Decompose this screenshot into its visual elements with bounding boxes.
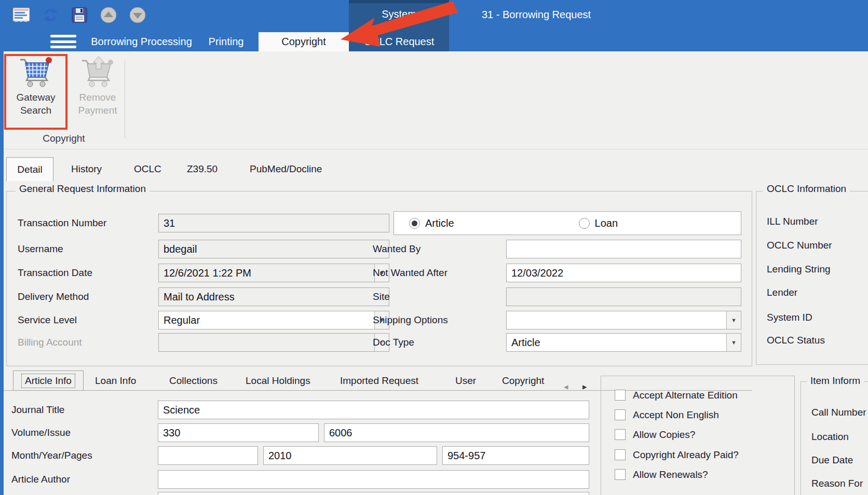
due-date-label: Due Date [811, 455, 853, 466]
call-number-label: Call Number [811, 407, 866, 418]
subtab-collections[interactable]: Collections [169, 370, 218, 391]
doc-type-select[interactable]: Article ▼ [506, 333, 741, 352]
not-wanted-after-field[interactable]: 12/03/2022 [506, 264, 741, 282]
cart-remove-icon [80, 56, 115, 91]
radio-article[interactable]: Article [409, 217, 454, 229]
tab-pubmed-docline[interactable]: PubMed/Docline [250, 157, 322, 181]
site-field [506, 287, 741, 306]
system-id-label: System ID [767, 312, 812, 323]
ribbon-group-label: Copyright [30, 133, 98, 144]
radio-loan-icon[interactable] [579, 218, 590, 229]
radio-loan[interactable]: Loan [579, 217, 618, 229]
article-title-field[interactable] [158, 492, 589, 495]
billing-account-label: Billing Account [18, 337, 82, 348]
volume-field[interactable]: 330 [158, 423, 319, 442]
chevron-down-icon[interactable]: ▼ [726, 311, 741, 329]
subtab-scroll-left-icon[interactable]: ◂ [564, 382, 568, 392]
oclc-status-label: OCLC Status [767, 335, 825, 346]
volume-issue-label: Volume/Issue [11, 427, 71, 438]
accept-non-english-checkbox[interactable] [615, 409, 626, 420]
shipping-options-label: Shipping Options [373, 314, 448, 326]
down-circle-icon[interactable] [129, 6, 146, 24]
system-group-label: System [349, 8, 449, 20]
ribbon: Gateway Search Remove Payment Copyright [0, 51, 868, 149]
reason-for-label: Reason For [811, 478, 863, 489]
gateway-search-highlight-box [4, 54, 67, 130]
month-field[interactable] [158, 446, 258, 465]
system-group-accent [349, 0, 449, 3]
tab-printing[interactable]: Printing [207, 32, 246, 51]
delivery-method-field[interactable]: Mail to Address [158, 287, 389, 306]
tab-history[interactable]: History [71, 157, 102, 181]
tab-detail[interactable]: Detail [6, 157, 53, 181]
window-left-border [0, 51, 4, 495]
delivery-method-label: Delivery Method [18, 291, 89, 302]
allow-copies-label: Allow Copies? [633, 429, 695, 441]
subtab-imported-request[interactable]: Imported Request [340, 370, 418, 391]
transaction-number-field[interactable]: 31 [158, 214, 389, 232]
remove-payment-label-line2: Payment [78, 104, 117, 117]
issue-field[interactable]: 6006 [324, 423, 589, 442]
service-level-label: Service Level [18, 314, 77, 326]
ill-number-label: ILL Number [767, 216, 818, 227]
chevron-down-icon[interactable]: ▼ [726, 334, 741, 351]
not-wanted-after-label: Not Wanted After [373, 267, 447, 279]
subtab-article-info[interactable]: Article Info [13, 370, 84, 391]
journal-title-field[interactable]: Science [158, 401, 589, 419]
subtab-scroll-right-icon[interactable]: ▸ [582, 382, 587, 392]
service-level-select[interactable]: Regular ▼ [158, 311, 389, 329]
accept-alternate-edition-label: Accept Alternate Edition [633, 390, 738, 401]
pages-field[interactable]: 954-957 [442, 446, 589, 465]
remove-payment-label-line1: Remove [78, 91, 117, 104]
allow-renewals-label: Allow Renewals? [633, 469, 708, 480]
month-year-pages-label: Month/Year/Pages [11, 450, 92, 461]
allow-renewals-checkbox[interactable] [615, 469, 626, 480]
article-author-field[interactable] [158, 470, 589, 489]
location-label: Location [811, 431, 849, 443]
tab-borrowing-processing[interactable]: Borrowing Processing [93, 32, 189, 51]
subtab-copyright[interactable]: Copyright [502, 370, 544, 391]
tab-z3950[interactable]: Z39.50 [187, 157, 218, 181]
lender-label: Lender [767, 287, 797, 298]
general-request-information-legend: General Request Information [16, 183, 150, 195]
refresh-icon[interactable] [42, 6, 59, 24]
username-field[interactable]: bdegail [158, 240, 389, 258]
subtab-local-holdings[interactable]: Local Holdings [246, 370, 310, 391]
copyright-already-paid-label: Copyright Already Paid? [633, 449, 739, 461]
ribbon-group-separator [125, 61, 125, 139]
subtab-loan-info[interactable]: Loan Info [95, 370, 136, 391]
item-information-legend: Item Inform [807, 375, 864, 387]
lending-string-label: Lending String [767, 264, 831, 275]
doc-type-label: Doc Type [373, 337, 414, 348]
site-label: Site [373, 291, 390, 302]
copyright-already-paid-checkbox[interactable] [615, 449, 626, 460]
radio-article-icon[interactable] [409, 218, 420, 229]
menu-icon[interactable] [50, 35, 76, 48]
year-field[interactable]: 2010 [263, 446, 437, 465]
tab-copyright[interactable]: Copyright [259, 32, 349, 51]
accept-alternate-edition-checkbox[interactable] [615, 390, 626, 401]
subtab-user[interactable]: User [455, 370, 476, 391]
transaction-date-field[interactable]: 12/6/2021 1:22 PM ▼ [158, 264, 389, 282]
oclc-number-label: OCLC Number [767, 240, 832, 251]
save-icon[interactable] [71, 6, 88, 24]
username-label: Username [18, 243, 63, 255]
allow-copies-checkbox[interactable] [615, 429, 626, 440]
journal-title-label: Journal Title [11, 404, 64, 416]
wanted-by-field[interactable] [506, 240, 741, 258]
form-icon[interactable] [12, 6, 30, 24]
tab-oclc[interactable]: OCLC [134, 157, 161, 181]
wanted-by-label: Wanted By [373, 243, 421, 255]
tab-oclc-request[interactable]: OCLC Request [349, 32, 449, 51]
billing-account-select: ▼ [158, 333, 389, 352]
radio-loan-label: Loan [595, 217, 618, 229]
oclc-information-legend: OCLC Information [763, 183, 850, 195]
transaction-date-label: Transaction Date [18, 267, 92, 279]
shipping-options-select[interactable]: ▼ [506, 311, 741, 329]
window-title: 31 - Borrowing Request [482, 9, 591, 21]
request-type-group: Article Loan [394, 211, 741, 235]
title-bar: System 31 - Borrowing Request Borrowing … [0, 0, 868, 51]
article-author-label: Article Author [11, 474, 70, 485]
up-circle-icon[interactable] [100, 6, 117, 24]
radio-article-label: Article [425, 217, 454, 229]
